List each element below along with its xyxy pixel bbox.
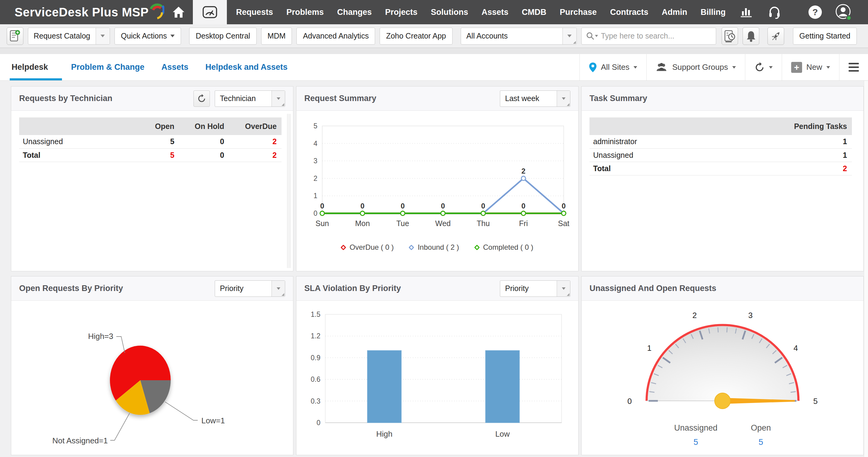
svg-text:Not Assigned=1: Not Assigned=1: [52, 436, 108, 445]
quick-actions-button[interactable]: Quick Actions: [115, 28, 181, 44]
quick-actions-label: Quick Actions: [121, 32, 167, 40]
legend-item-inbound[interactable]: Inbound ( 2 ): [409, 243, 459, 252]
card-title: Requests by Technician: [19, 94, 112, 103]
tab-helpdesk[interactable]: Helpdesk: [11, 54, 62, 80]
card-title: SLA Violation By Priority: [304, 284, 401, 293]
chart-legend: OverDue ( 0 ) Inbound ( 2 ) Completed ( …: [297, 243, 578, 252]
refresh-button[interactable]: [193, 91, 210, 107]
nav-item-requests[interactable]: Requests: [236, 8, 273, 17]
svg-text:4: 4: [313, 139, 317, 148]
chevron-down-icon[interactable]: [272, 91, 285, 106]
tab-problem-change[interactable]: Problem & Change: [71, 54, 145, 80]
main-nav: Requests Problems Changes Projects Solut…: [229, 8, 732, 17]
open-count-link[interactable]: 5: [751, 437, 771, 447]
priority-select[interactable]: Priority: [215, 281, 285, 297]
user-menu[interactable]: [835, 4, 851, 21]
help-icon[interactable]: ?: [808, 5, 822, 19]
svg-text:Wed: Wed: [435, 219, 451, 228]
request-catalog-dropdown[interactable]: Request Catalog: [28, 28, 110, 44]
app-logo[interactable]: ServiceDesk Plus MSP: [14, 5, 164, 20]
servicedesk-app: ServiceDesk Plus MSP Requests Problems: [0, 0, 868, 457]
card-title: Open Requests By Priority: [19, 284, 123, 293]
nav-right-group: ?: [808, 4, 868, 21]
chevron-down-icon[interactable]: [96, 28, 110, 44]
period-select[interactable]: Last week: [500, 91, 570, 107]
menu-button[interactable]: [839, 54, 868, 80]
dashboard-tabs: Helpdesk Problem & Change Assets Helpdes…: [0, 54, 305, 80]
priority-select-value: Priority: [500, 281, 557, 296]
support-button[interactable]: [760, 0, 789, 24]
card-sla-violation: SLA Violation By Priority Priority 00.30…: [296, 276, 579, 455]
dashboard-tab[interactable]: [193, 0, 227, 24]
priority-select-value: Priority: [215, 281, 272, 296]
card-scrollbar[interactable]: [287, 114, 291, 268]
mdm-button[interactable]: MDM: [261, 28, 292, 44]
section-divider: [0, 48, 868, 54]
all-sites-dropdown[interactable]: All Sites: [580, 54, 647, 80]
nav-item-admin[interactable]: Admin: [662, 8, 687, 17]
nav-item-projects[interactable]: Projects: [385, 8, 417, 17]
desktop-central-button[interactable]: Desktop Central: [189, 28, 256, 44]
svg-text:5: 5: [813, 397, 817, 406]
svg-text:High: High: [376, 429, 393, 438]
support-groups-label: Support Groups: [672, 63, 728, 72]
getting-started-button[interactable]: Getting Started: [793, 28, 857, 44]
refresh-icon: [197, 94, 206, 103]
svg-text:0: 0: [361, 202, 365, 210]
support-groups-dropdown[interactable]: Support Groups: [646, 54, 745, 80]
requests-gauge-chart: 012345: [582, 301, 863, 422]
zoho-creator-app-button[interactable]: Zoho Creator App: [380, 28, 452, 44]
nav-item-purchase[interactable]: Purchase: [560, 8, 597, 17]
legend-item-completed[interactable]: Completed ( 0 ): [475, 243, 533, 252]
refresh-dropdown[interactable]: [745, 54, 782, 80]
logo-swoosh-icon: [147, 1, 164, 20]
notifications-button[interactable]: [743, 27, 759, 45]
nav-item-billing[interactable]: Billing: [701, 8, 726, 17]
card-title: Unassigned And Open Requests: [589, 284, 716, 293]
svg-text:Low: Low: [495, 429, 510, 438]
chevron-down-icon[interactable]: [557, 91, 570, 106]
accounts-select[interactable]: All Accounts: [461, 28, 577, 44]
search-icon[interactable]: [586, 32, 595, 41]
unassigned-count-link[interactable]: 5: [674, 437, 718, 447]
chevron-down-icon[interactable]: [272, 281, 285, 296]
timesheet-button[interactable]: [722, 27, 738, 45]
refresh-icon: [754, 62, 765, 72]
card-title: Task Summary: [589, 94, 647, 103]
card-unassigned-open-requests: Unassigned And Open Requests 012345 Unas…: [581, 276, 864, 455]
card-requests-by-technician: Requests by Technician Technician: [11, 86, 293, 271]
tab-helpdesk-and-assets[interactable]: Helpdesk and Assets: [205, 54, 288, 80]
whats-new-button[interactable]: [768, 27, 784, 45]
card-task-summary: Task Summary Pending Tasks administrator…: [581, 86, 864, 271]
request-template-icon: [9, 29, 21, 43]
card-request-summary: Request Summary Last week 012345SunMonTu…: [296, 86, 579, 271]
advanced-analytics-button[interactable]: Advanced Analytics: [297, 28, 375, 44]
reports-button[interactable]: [732, 0, 760, 24]
nav-item-changes[interactable]: Changes: [337, 8, 372, 17]
technician-select[interactable]: Technician: [215, 91, 285, 107]
svg-text:1: 1: [313, 192, 317, 200]
chevron-down-icon[interactable]: [562, 28, 577, 44]
tab-assets[interactable]: Assets: [162, 54, 189, 80]
request-summary-chart: 012345SunMonTueWedThuFriSat00000020: [297, 111, 578, 241]
nav-item-solutions[interactable]: Solutions: [431, 8, 468, 17]
legend-item-overdue[interactable]: OverDue ( 0 ): [341, 243, 394, 252]
new-dropdown[interactable]: + New: [782, 54, 839, 80]
nav-item-assets[interactable]: Assets: [482, 8, 509, 17]
nav-item-cmdb[interactable]: CMDB: [522, 8, 546, 17]
nav-item-contracts[interactable]: Contracts: [610, 8, 648, 17]
svg-text:Sun: Sun: [315, 219, 329, 228]
svg-text:Thu: Thu: [476, 219, 490, 228]
priority-select[interactable]: Priority: [500, 281, 570, 297]
dashboard-icon: [202, 5, 218, 20]
search-input[interactable]: [601, 32, 712, 40]
nav-item-problems[interactable]: Problems: [286, 8, 324, 17]
add-request-button[interactable]: [7, 27, 23, 45]
logo-text: ServiceDesk Plus MSP: [14, 5, 149, 19]
search-scope-chevron-icon[interactable]: [595, 35, 598, 37]
chevron-down-icon[interactable]: [557, 281, 570, 296]
page-scrollbar[interactable]: [864, 81, 868, 457]
svg-text:Fri: Fri: [519, 219, 528, 228]
home-button[interactable]: [164, 0, 193, 24]
unassigned-stat: Unassigned 5: [674, 423, 718, 447]
